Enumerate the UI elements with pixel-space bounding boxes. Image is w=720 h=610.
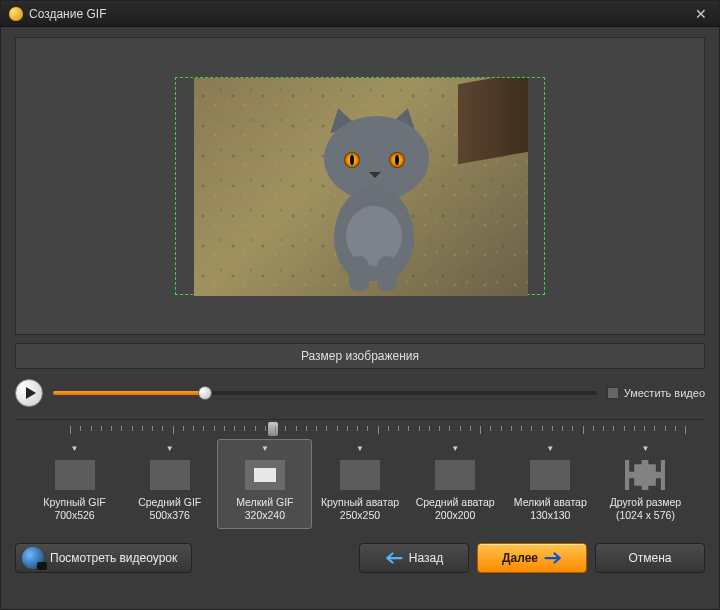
size-presets: ▼Крупный GIF700x526▼Средний GIF500x376▼М… (15, 439, 705, 529)
crop-selection[interactable] (175, 77, 545, 295)
preset-4[interactable]: ▼Средний аватар200x200 (408, 439, 503, 529)
preset-dims: 200x200 (411, 509, 500, 522)
caret-down-icon: ▼ (601, 444, 690, 454)
preset-dims: 130x130 (506, 509, 595, 522)
fit-video-label: Уместить видео (624, 387, 705, 399)
preset-dims: 250x250 (315, 509, 404, 522)
preset-3[interactable]: ▼Крупный аватар250x250 (312, 439, 407, 529)
zoom-row: Уместить видео (15, 379, 705, 407)
app-icon (9, 7, 23, 21)
preview-panel (15, 37, 705, 335)
preset-label: Мелкий GIF (220, 496, 309, 509)
watch-tutorial-label: Посмотреть видеоурок (50, 551, 177, 565)
size-ruler-thumb[interactable] (268, 422, 278, 436)
preset-label: Крупный GIF (30, 496, 119, 509)
play-button[interactable] (15, 379, 43, 407)
arrow-right-icon (544, 551, 562, 565)
preset-dims: 320x240 (220, 509, 309, 522)
titlebar: Создание GIF ✕ (1, 1, 719, 27)
preset-swatch (55, 460, 95, 490)
next-button[interactable]: Далее (477, 543, 587, 573)
preset-0[interactable]: ▼Крупный GIF700x526 (27, 439, 122, 529)
caret-down-icon: ▼ (220, 444, 309, 454)
caret-down-icon: ▼ (315, 444, 404, 454)
zoom-slider[interactable] (53, 384, 597, 402)
preset-dims: 700x526 (30, 509, 119, 522)
preset-5[interactable]: ▼Мелкий аватар130x130 (503, 439, 598, 529)
preset-6[interactable]: ▼Другой размер(1024 x 576) (598, 439, 693, 529)
camera-icon (22, 547, 44, 569)
window-title: Создание GIF (29, 7, 691, 21)
preset-swatch (530, 460, 570, 490)
preset-swatch (340, 460, 380, 490)
preset-label: Крупный аватар (315, 496, 404, 509)
preset-dims: (1024 x 576) (601, 509, 690, 522)
preset-2[interactable]: ▼Мелкий GIF320x240 (217, 439, 312, 529)
next-label: Далее (502, 551, 538, 565)
watch-tutorial-button[interactable]: Посмотреть видеоурок (15, 543, 192, 573)
zoom-slider-fill (53, 391, 205, 395)
content-area: Размер изображения Уместить видео ▼Крупн… (1, 27, 719, 609)
image-size-label: Размер изображения (15, 343, 705, 369)
preset-1[interactable]: ▼Средний GIF500x376 (122, 439, 217, 529)
cancel-button[interactable]: Отмена (595, 543, 705, 573)
caret-down-icon: ▼ (411, 444, 500, 454)
preset-label: Мелкий аватар (506, 496, 595, 509)
fit-video-option[interactable]: Уместить видео (607, 387, 705, 399)
cat-illustration (299, 106, 449, 286)
gif-create-window: Создание GIF ✕ (0, 0, 720, 610)
size-ruler-row (15, 419, 705, 435)
zoom-slider-thumb[interactable] (198, 386, 212, 400)
caret-down-icon: ▼ (125, 444, 214, 454)
preset-label: Средний GIF (125, 496, 214, 509)
caret-down-icon: ▼ (506, 444, 595, 454)
size-ruler[interactable] (70, 426, 685, 436)
preset-dims: 500x376 (125, 509, 214, 522)
preset-swatch (150, 460, 190, 490)
preset-label: Другой размер (601, 496, 690, 509)
custom-size-icon (625, 460, 665, 490)
preview-image (194, 78, 528, 296)
back-button[interactable]: Назад (359, 543, 469, 573)
back-label: Назад (409, 551, 443, 565)
caret-down-icon: ▼ (30, 444, 119, 454)
cancel-label: Отмена (628, 551, 671, 565)
arrow-left-icon (385, 551, 403, 565)
preset-label: Средний аватар (411, 496, 500, 509)
footer-bar: Посмотреть видеоурок Назад Далее Отмена (15, 543, 705, 573)
preset-swatch (245, 460, 285, 490)
close-icon[interactable]: ✕ (691, 6, 711, 22)
preset-swatch (435, 460, 475, 490)
fit-video-checkbox[interactable] (607, 387, 619, 399)
